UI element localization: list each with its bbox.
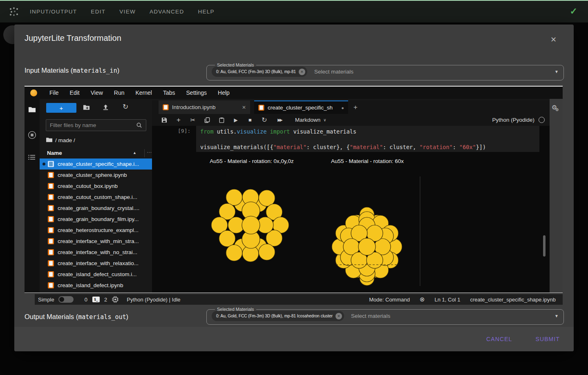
paste-icon[interactable] (218, 117, 225, 123)
settings-gear-icon[interactable]: ⚙⚙ (552, 104, 557, 111)
kernel-status-text[interactable]: Python (Pyodide) | Idle (127, 297, 180, 303)
file-item[interactable]: create_interface_with_relaxatio... (40, 258, 152, 269)
menu-item-edit[interactable]: EDIT (91, 9, 105, 15)
file-item[interactable]: create_interface_with_no_strai... (40, 247, 152, 258)
terminal-icon: $_ (92, 297, 100, 302)
file-item[interactable]: create_cluster_specific_shape.i... (40, 158, 152, 170)
refresh-icon[interactable]: ↻ (123, 103, 128, 111)
menu-item-edit[interactable]: Edit (70, 89, 80, 96)
notebook-file-icon (48, 271, 54, 277)
scrollbar[interactable] (543, 235, 546, 257)
more-icon[interactable]: ⋯ (147, 150, 152, 155)
file-list-header[interactable]: Name ▲ ⋯ (40, 148, 152, 159)
output-materials-select[interactable]: Selected Materials 0: Au, Gold, FCC (Fm-… (206, 307, 564, 325)
file-item[interactable]: create_grain_boundary_film.ipy... (40, 214, 152, 225)
notebook-file-icon (48, 249, 54, 255)
menu-item-settings[interactable]: Settings (186, 89, 207, 96)
mode-indicator[interactable]: Mode: Command (369, 297, 410, 303)
menu-item-help[interactable]: HELP (198, 9, 214, 15)
restart-run-all-icon[interactable]: ▶▶ (275, 118, 284, 122)
notebook-file-icon (48, 216, 54, 222)
menu-item-run[interactable]: Run (114, 89, 125, 96)
chip-remove-icon[interactable]: ✕ (335, 313, 342, 319)
chip-remove-icon[interactable]: ✕ (299, 69, 305, 75)
material-chip[interactable]: 0: Au, Gold, FCC (Fm-3m) 3D (Bulk), mp-8… (212, 67, 307, 77)
file-item[interactable]: create_interface_with_min_stra... (40, 236, 152, 247)
filter-files-input[interactable] (46, 119, 146, 131)
output-materials-label: Output Materials (materials_out) (25, 313, 128, 321)
save-icon[interactable] (161, 117, 168, 123)
kernel-count[interactable]: 2 (104, 297, 107, 303)
run-icon[interactable]: ▶ (233, 117, 239, 123)
app-logo-icon[interactable] (9, 7, 19, 19)
input-materials-select[interactable]: Selected Materials 0: Au, Gold, FCC (Fm-… (206, 62, 564, 80)
new-folder-icon[interactable] (83, 104, 90, 112)
tab-close-icon[interactable]: ✕ (242, 105, 246, 110)
chevron-down-icon[interactable]: ▼ (554, 69, 559, 74)
material-chip[interactable]: 0: Au, Gold, FCC (Fm-3m) 3D (Bulk), mp-8… (212, 311, 344, 321)
restart-kernel-icon[interactable]: ↻ (261, 116, 268, 124)
menu-item-tabs[interactable]: Tabs (163, 89, 175, 96)
activity-bar (25, 99, 40, 292)
select-materials-placeholder[interactable]: Select materials (314, 69, 353, 75)
dialog-title: JupyterLite Transformation (25, 33, 121, 43)
notebook-content: [9]: from utils.visualize import visuali… (152, 126, 550, 292)
simple-mode-toggle[interactable] (58, 296, 74, 303)
upload-icon[interactable] (103, 104, 109, 112)
stop-icon[interactable]: ■ (247, 117, 253, 123)
file-name: create_cluster_sphere.ipynb (58, 172, 127, 178)
notebook-file-icon (48, 227, 54, 233)
file-browser-panel: + ↻ / made / Name ▲ ⋯ create_cluster_spe… (40, 99, 152, 292)
confirm-check-icon[interactable]: ✓ (570, 6, 577, 17)
notebook-toolbar: + ✂ ▶ ■ ↻ ▶▶ Markdown∨ Python (Pyodide) (152, 114, 550, 126)
cut-icon[interactable]: ✂ (190, 116, 196, 124)
notebook-file-icon (258, 105, 264, 110)
breadcrumb[interactable]: / made / (46, 137, 75, 143)
notebook-file-icon (48, 161, 54, 167)
file-item[interactable]: create_cutout_custom_shape.i... (40, 192, 152, 203)
close-icon[interactable]: ✕ (550, 35, 557, 44)
cell-type-dropdown[interactable]: Markdown∨ (295, 117, 326, 123)
tab-introduction[interactable]: Introduction.ipynb ✕ (159, 100, 250, 114)
file-item[interactable]: create_cluster_sphere.ipynb (40, 170, 152, 181)
table-of-contents-icon[interactable] (28, 154, 35, 162)
cursor-position[interactable]: Ln 1, Col 1 (435, 297, 461, 303)
jupyterlite-transformation-dialog: JupyterLite Transformation ✕ Input Mater… (14, 25, 574, 351)
terminal-count[interactable]: 0 (85, 297, 87, 303)
file-name: create_island_defect_custom.i... (58, 271, 137, 277)
submit-button[interactable]: SUBMIT (533, 335, 563, 343)
trust-shield-icon[interactable]: ⊗ (420, 296, 425, 303)
new-launcher-button[interactable]: + (46, 103, 76, 113)
file-item[interactable]: create_island_defect.ipynb (40, 280, 152, 291)
code-cell[interactable]: from utils.visualize import visualize_ma… (196, 126, 539, 152)
copy-icon[interactable] (204, 117, 210, 123)
sort-asc-icon[interactable]: ▲ (133, 151, 136, 155)
notebook-file-icon (48, 205, 54, 211)
file-item[interactable]: create_grain_boundary_crystal.... (40, 203, 152, 214)
file-browser-icon[interactable] (28, 106, 36, 114)
file-name: create_heterostructure_exampl... (58, 227, 139, 233)
menu-item-input-output[interactable]: INPUT/OUTPUT (30, 9, 77, 15)
tab-create-cluster-specific-shape[interactable]: create_cluster_specific_sh ● (254, 100, 348, 114)
menu-item-kernel[interactable]: Kernel (135, 89, 152, 96)
menu-item-advanced[interactable]: ADVANCED (150, 9, 184, 15)
cluster-plot (172, 165, 548, 290)
running-dot (42, 163, 45, 165)
notebook-file-icon (48, 238, 54, 244)
chevron-down-icon[interactable]: ▼ (554, 314, 559, 318)
running-kernels-icon[interactable] (28, 131, 36, 141)
new-tab-button[interactable]: + (350, 100, 361, 114)
cancel-button[interactable]: CANCEL (484, 335, 514, 343)
file-item[interactable]: create_cutout_box.ipynb (40, 181, 152, 192)
add-cell-icon[interactable]: + (175, 116, 182, 124)
kernel-selector[interactable]: Python (Pyodide) (492, 117, 550, 123)
menu-item-file[interactable]: File (49, 89, 59, 96)
notebook-file-icon (48, 282, 54, 288)
menu-item-view[interactable]: View (91, 89, 103, 96)
output-label-right: Au55 - Material - rotation: 60x (294, 158, 441, 164)
menu-item-help[interactable]: Help (218, 89, 230, 96)
menu-item-view[interactable]: VIEW (119, 9, 136, 15)
select-materials-placeholder[interactable]: Select materials (351, 313, 390, 319)
file-item[interactable]: create_heterostructure_exampl... (40, 225, 152, 236)
file-item[interactable]: create_island_defect_custom.i... (40, 269, 152, 280)
